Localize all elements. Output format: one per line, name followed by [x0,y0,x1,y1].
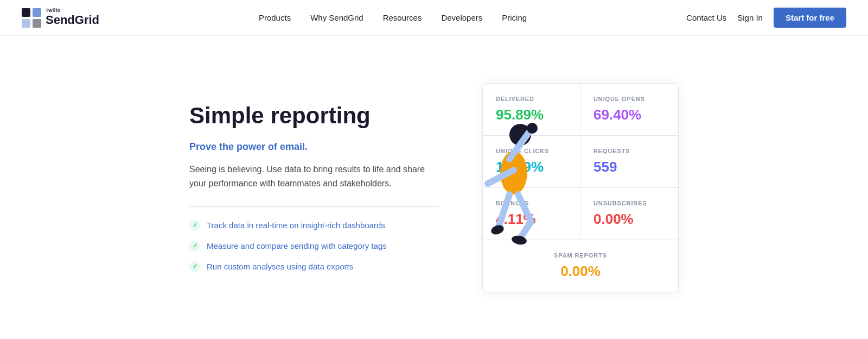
stat-spam-reports-label: SPAM REPORTS [496,252,665,259]
logo-name: SendGrid [46,13,99,27]
nav-why-sendgrid[interactable]: Why SendGrid [310,13,363,22]
check-icon-0 [189,220,200,231]
stat-spam-reports: SPAM REPORTS 0.00% [483,240,678,292]
stat-unique-opens: UNIQUE OPENS 69.40% [580,84,678,136]
stat-delivered-value: 95.89% [496,106,567,123]
feature-text-2: Run custom analyses using data exports [207,262,353,271]
nav-links: Products Why SendGrid Resources Develope… [259,13,527,22]
feature-item-0: Track data in real-time on insight-rich … [189,220,439,231]
nav-resources[interactable]: Resources [383,13,422,22]
stat-unique-clicks-label: UNIQUE CLICKS [496,148,567,154]
hero-subtitle: Prove the power of email. [189,141,439,153]
stat-requests-value: 559 [593,159,665,175]
stat-unsubscribes: UNSUBSCRIBES 0.00% [580,188,678,240]
hero-divider [189,206,439,207]
check-icon-2 [189,261,200,272]
check-icon-1 [189,241,200,252]
feature-text-0: Track data in real-time on insight-rich … [207,221,385,230]
stats-grid: DELIVERED 95.89% UNIQUE OPENS 69.40% UNI… [482,83,679,292]
hero-right: DELIVERED 95.89% UNIQUE OPENS 69.40% UNI… [482,83,679,292]
svg-rect-2 [22,19,30,28]
stat-requests: REQUESTS 559 [580,136,678,188]
logo-icon [22,8,41,28]
svg-rect-0 [22,8,30,17]
stat-bounces-label: BOUNCES [496,200,567,206]
svg-rect-3 [33,19,41,28]
logo-link[interactable]: Twilio SendGrid [22,8,99,28]
stat-delivered-label: DELIVERED [496,96,567,102]
hero-left: Simple reporting Prove the power of emai… [189,103,439,272]
nav-developers[interactable]: Developers [441,13,482,22]
stat-unsubscribes-label: UNSUBSCRIBES [593,200,665,206]
nav-pricing[interactable]: Pricing [502,13,527,22]
stat-unsubscribes-value: 0.00% [593,211,665,228]
nav-signin[interactable]: Sign In [737,13,763,22]
feature-item-2: Run custom analyses using data exports [189,261,439,272]
hero-title: Simple reporting [189,103,439,129]
stat-unique-opens-label: UNIQUE OPENS [593,96,665,102]
logo-text-block: Twilio SendGrid [46,8,99,27]
stat-unique-clicks: UNIQUE CLICKS 16.79% [483,136,580,188]
hero-description: Seeing is believing. Use data to bring r… [189,162,439,191]
stat-bounces-value: 4.11% [496,211,567,228]
stat-spam-reports-value: 0.00% [496,263,665,280]
navbar: Twilio SendGrid Products Why SendGrid Re… [0,0,868,36]
nav-products[interactable]: Products [259,13,291,22]
stat-requests-label: REQUESTS [593,148,665,154]
stat-unique-opens-value: 69.40% [593,106,665,123]
logo-brand: Twilio [46,8,99,13]
stat-delivered: DELIVERED 95.89% [483,84,580,136]
nav-cta-button[interactable]: Start for free [774,8,846,28]
svg-rect-1 [33,8,41,17]
feature-list: Track data in real-time on insight-rich … [189,220,439,272]
nav-contact[interactable]: Contact Us [686,13,726,22]
feature-item-1: Measure and compare sending with categor… [189,241,439,252]
stat-unique-clicks-value: 16.79% [496,159,567,175]
main-section: Simple reporting Prove the power of emai… [0,36,868,339]
stat-bounces: BOUNCES 4.11% [483,188,580,240]
feature-text-1: Measure and compare sending with categor… [207,241,387,250]
nav-right: Contact Us Sign In Start for free [686,8,846,28]
